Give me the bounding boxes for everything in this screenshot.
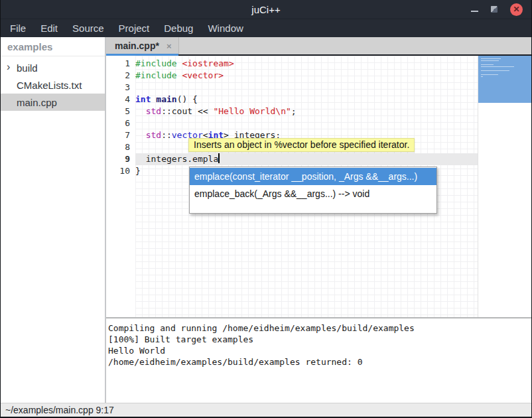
code-token: #include	[135, 58, 177, 68]
code-line	[135, 82, 478, 94]
completion-item[interactable]: emplace(const_iterator __position, _Args…	[190, 168, 436, 185]
menu-debug[interactable]: Debug	[157, 23, 200, 34]
menu-source[interactable]: Source	[65, 23, 111, 34]
line-number: 10	[106, 165, 130, 177]
file-label: CMakeLists.txt	[17, 80, 82, 91]
code-token	[135, 106, 146, 116]
minimap-code-line	[481, 58, 501, 59]
code-token: ;	[291, 106, 297, 116]
line-number: 8	[106, 141, 130, 153]
tab-label: main.cpp*	[115, 40, 159, 51]
chevron-right-icon[interactable]: ›	[7, 61, 10, 73]
terminal-line: [100%] Built target examples	[108, 334, 531, 345]
code-line: #include <iostream>	[135, 58, 478, 70]
file-tree-sidebar: examples ›buildCMakeLists.txtmain.cpp	[1, 37, 106, 403]
sidebar-item-build[interactable]: ›build	[1, 59, 105, 76]
line-number: 6	[106, 117, 130, 129]
line-number: 3	[106, 82, 130, 94]
code-token: std	[146, 130, 161, 140]
minimap-code-line	[481, 74, 498, 75]
status-bar: ~/examples/main.cpp 9:17	[1, 403, 531, 417]
terminal-output[interactable]: Compiling and running /home/eidheim/exam…	[106, 318, 531, 403]
code-token: }	[135, 166, 141, 176]
code-token: <vector>	[182, 70, 224, 80]
code-token: ::	[161, 130, 172, 140]
code-line: #include <vector>	[135, 70, 478, 82]
line-number: 7	[106, 129, 130, 141]
main-area: examples ›buildCMakeLists.txtmain.cpp ma…	[1, 37, 531, 403]
code-line: int main() {	[135, 94, 478, 105]
line-number: 4	[106, 94, 130, 105]
autocomplete-popup: emplace(const_iterator __position, _Args…	[189, 167, 437, 214]
menu-window[interactable]: Window	[200, 23, 250, 34]
text-cursor	[218, 153, 220, 163]
line-number: 1	[106, 58, 130, 70]
line-number: 2	[106, 70, 130, 82]
code-token: main	[156, 94, 176, 104]
menu-edit[interactable]: Edit	[33, 23, 65, 34]
code-token: ::cout <<	[161, 106, 213, 116]
minimap[interactable]	[478, 56, 531, 317]
completion-item[interactable]: emplace_back(_Args &&__args...) --> void	[190, 185, 436, 202]
tab-close-icon[interactable]: ×	[166, 41, 172, 51]
menu-file[interactable]: File	[3, 23, 33, 34]
code-token: #include	[135, 70, 177, 80]
line-number: 5	[106, 105, 130, 117]
line-number: 9	[106, 153, 130, 165]
minimap-visible-region[interactable]	[478, 56, 531, 103]
code-token: std	[146, 106, 161, 116]
minimap-code-line	[481, 66, 514, 67]
minimap-code-line	[481, 60, 499, 61]
minimap-code-line	[481, 76, 483, 77]
menu-bar: FileEditSourceProjectDebugWindow	[1, 19, 531, 37]
menu-project[interactable]: Project	[111, 23, 157, 34]
minimap-code-line	[481, 70, 509, 71]
code-token: <iostream>	[182, 58, 233, 68]
project-name: examples	[1, 37, 105, 56]
sidebar-item-main-cpp[interactable]: main.cpp	[1, 94, 105, 111]
app-window: juCi++ ✕ FileEditSourceProjectDebugWindo…	[0, 0, 532, 418]
code-token	[135, 130, 146, 140]
code-token: "Hello World\n"	[213, 106, 291, 116]
editor-column: main.cpp* × 12345678910 #include <iostre…	[106, 37, 531, 403]
file-label: main.cpp	[17, 97, 57, 108]
code-token: int	[135, 94, 151, 104]
close-icon[interactable]: ✕	[510, 3, 523, 16]
tab-main-cpp[interactable]: main.cpp* ×	[106, 37, 179, 54]
code-line	[135, 117, 478, 129]
file-label: build	[17, 62, 38, 74]
code-line: integers.empla	[135, 153, 478, 165]
line-number-gutter: 12345678910	[106, 56, 135, 317]
doc-tooltip: Inserts an object in %vector before spec…	[188, 138, 415, 152]
source-editor: 12345678910 #include <iostream>#include …	[106, 56, 531, 317]
title-bar: juCi++ ✕	[1, 0, 531, 19]
terminal-line: Hello World	[108, 345, 531, 356]
window-controls: ✕	[471, 3, 531, 16]
status-file-position: ~/examples/main.cpp 9:17	[5, 405, 114, 415]
code-line: std::cout << "Hello World\n";	[135, 105, 478, 117]
file-tree: ›buildCMakeLists.txtmain.cpp	[1, 56, 105, 111]
code-token: () {	[177, 94, 198, 104]
restore-icon[interactable]	[491, 6, 498, 13]
tab-bar: main.cpp* ×	[106, 37, 531, 56]
window-title: juCi++	[1, 4, 531, 15]
minimap-code-line	[481, 64, 494, 65]
minimize-icon[interactable]	[471, 11, 478, 12]
terminal-line: Compiling and running /home/eidheim/exam…	[108, 322, 531, 334]
sidebar-item-cmakelists-txt[interactable]: CMakeLists.txt	[1, 76, 105, 94]
terminal-line: /home/eidheim/examples/build/examples re…	[108, 356, 531, 368]
code-token: integers.empla	[135, 154, 218, 164]
